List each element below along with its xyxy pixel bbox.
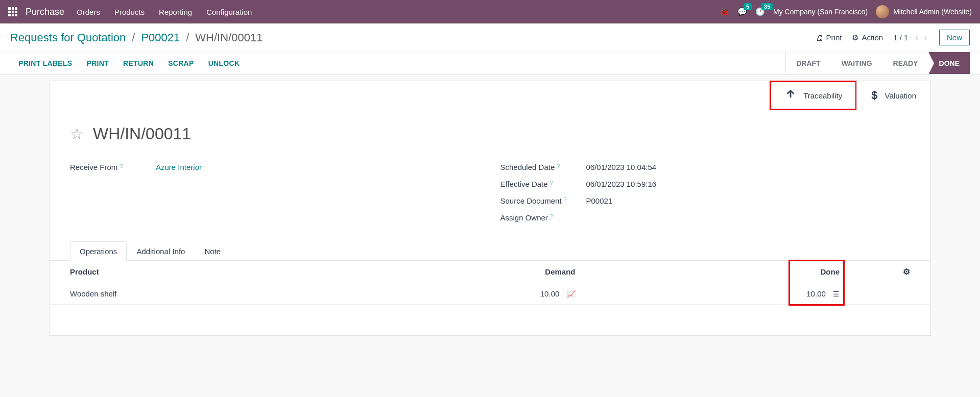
print-button[interactable]: PRINT (87, 59, 109, 67)
scheduled-date-value: 06/01/2023 10:04:54 (586, 163, 657, 171)
cell-demand: 10.00 📈 (472, 283, 596, 305)
status-done[interactable]: DONE (928, 52, 970, 74)
forecast-icon[interactable]: 📈 (567, 290, 576, 298)
action-label: Action (862, 33, 883, 42)
tabs: Operations Additional Info Note (50, 241, 930, 261)
clock-icon[interactable]: 🕐35 (755, 7, 765, 16)
gear-icon: ⚙ (852, 33, 858, 42)
print-icon: 🖨 (816, 33, 823, 42)
button-box: Traceability $ Valuation (50, 81, 930, 110)
help-icon[interactable]: ? (119, 163, 123, 169)
source-document-label: Source Document (500, 196, 562, 205)
app-brand[interactable]: Purchase (26, 7, 64, 17)
receive-from-value[interactable]: Azure Interior (156, 163, 202, 171)
table-row[interactable]: Wooden shelf 10.00 📈 10.00 ☰ (50, 283, 930, 305)
user-name: Mitchell Admin (Website) (893, 8, 972, 16)
action-buttons: PRINT LABELS PRINT RETURN SCRAP UNLOCK (18, 52, 240, 74)
chat-badge: 5 (744, 3, 752, 10)
pager: 1 / 1 ‹ › (893, 33, 929, 42)
breadcrumb-sep: / (132, 31, 135, 44)
clock-badge: 35 (761, 3, 773, 10)
traceability-label: Traceability (803, 91, 842, 100)
arrow-up-icon (785, 88, 796, 103)
action-menu[interactable]: ⚙ Action (852, 33, 883, 42)
receive-from-label: Receive From (70, 163, 117, 171)
tab-note[interactable]: Note (195, 241, 230, 261)
nav-menu: Orders Products Reporting Configuration (77, 8, 252, 16)
valuation-label: Valuation (885, 91, 916, 100)
pager-value[interactable]: 1 / 1 (893, 33, 908, 42)
list-icon[interactable]: ☰ (833, 290, 840, 298)
top-navbar: Purchase Orders Products Reporting Confi… (0, 0, 980, 23)
tab-additional-info[interactable]: Additional Info (127, 241, 195, 261)
scrap-button[interactable]: SCRAP (168, 59, 194, 67)
nav-reporting[interactable]: Reporting (159, 8, 192, 16)
assign-owner-label: Assign Owner (500, 213, 548, 222)
breadcrumb-order[interactable]: P00021 (141, 31, 180, 44)
return-button[interactable]: RETURN (123, 59, 154, 67)
chat-icon[interactable]: 💬5 (737, 7, 747, 16)
effective-date-label: Effective Date (500, 180, 548, 188)
help-icon[interactable]: ? (557, 163, 560, 169)
avatar (876, 5, 889, 18)
form-sheet: Traceability $ Valuation ☆ WH/IN/00011 R… (49, 81, 931, 336)
star-icon[interactable]: ☆ (70, 125, 84, 143)
help-icon[interactable]: ? (564, 196, 567, 203)
nav-right: 🐞 💬5 🕐35 My Company (San Francisco) Mitc… (720, 5, 972, 18)
breadcrumb-root[interactable]: Requests for Quotation (10, 31, 126, 44)
col-done[interactable]: Done (596, 261, 861, 283)
page-title: WH/IN/00011 (93, 125, 191, 143)
breadcrumb: Requests for Quotation / P00021 / WH/IN/… (10, 31, 262, 44)
breadcrumb-sep: / (186, 31, 189, 44)
print-menu[interactable]: 🖨 Print (816, 33, 842, 42)
status-draft[interactable]: DRAFT (785, 52, 830, 74)
nav-orders[interactable]: Orders (77, 8, 100, 16)
pager-next-icon[interactable]: › (922, 33, 929, 42)
status-ready[interactable]: READY (882, 52, 928, 74)
bug-icon[interactable]: 🐞 (720, 7, 729, 16)
help-icon[interactable]: ? (550, 213, 553, 219)
tab-operations[interactable]: Operations (70, 241, 127, 261)
nav-configuration[interactable]: Configuration (206, 8, 252, 16)
traceability-button[interactable]: Traceability (770, 81, 856, 110)
status-bar: DRAFT WAITING READY DONE (785, 52, 970, 74)
operations-table: Product Demand Done ⚙ Wooden shelf 10.00… (50, 261, 930, 305)
dollar-icon: $ (871, 89, 877, 102)
col-options: ⚙ (860, 261, 930, 283)
print-labels-button[interactable]: PRINT LABELS (18, 59, 73, 67)
help-icon[interactable]: ? (550, 180, 553, 186)
col-product[interactable]: Product (50, 261, 472, 283)
print-label: Print (826, 33, 842, 42)
apps-icon[interactable] (8, 7, 17, 16)
unlock-button[interactable]: UNLOCK (208, 59, 240, 67)
status-waiting[interactable]: WAITING (831, 52, 882, 74)
scheduled-date-label: Scheduled Date (500, 163, 555, 171)
breadcrumb-current: WH/IN/00011 (195, 31, 262, 44)
effective-date-value: 06/01/2023 10:59:16 (586, 180, 657, 188)
sliders-icon[interactable]: ⚙ (903, 267, 910, 277)
new-button[interactable]: New (939, 30, 970, 45)
control-panel: Requests for Quotation / P00021 / WH/IN/… (0, 23, 980, 75)
cell-done: 10.00 ☰ (596, 283, 861, 305)
col-demand[interactable]: Demand (472, 261, 596, 283)
user-menu[interactable]: Mitchell Admin (Website) (876, 5, 972, 18)
source-document-value: P00021 (586, 196, 613, 205)
nav-products[interactable]: Products (114, 8, 145, 16)
pager-prev-icon[interactable]: ‹ (913, 33, 920, 42)
company-selector[interactable]: My Company (San Francisco) (773, 8, 868, 16)
valuation-button[interactable]: $ Valuation (856, 81, 930, 110)
cell-product: Wooden shelf (50, 283, 472, 305)
